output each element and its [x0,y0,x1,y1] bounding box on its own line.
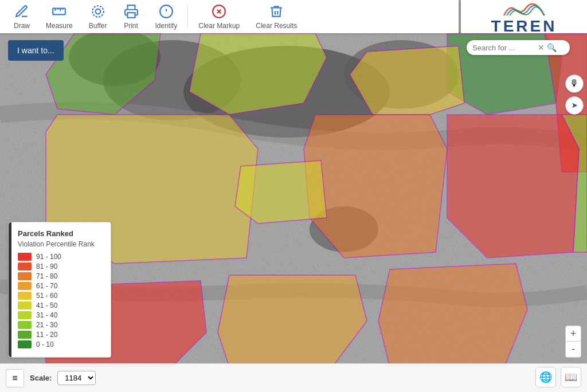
legend-swatch [18,253,32,261]
zoom-in-button[interactable]: + [565,326,581,342]
legend-swatch [18,262,32,271]
svg-point-26 [92,6,104,17]
legend-range-label: 31 - 40 [36,311,57,319]
logo-wave-icon [501,1,547,18]
toolbar-clear-results[interactable]: Clear Results [248,0,305,33]
location-button[interactable]: ➤ [565,96,584,115]
legend-item: 71 - 80 [18,272,101,280]
legend-range-label: 11 - 20 [36,331,57,339]
toolbar-clear-markup[interactable]: Clear Markup [190,0,248,33]
i-want-to-button[interactable]: I want to... [8,40,64,61]
draw-icon [14,3,30,19]
legend-item: 0 - 10 [18,340,101,348]
buffer-icon [90,3,106,19]
svg-marker-19 [350,46,464,115]
print-icon [123,3,139,19]
legend-items: 91 - 10081 - 9071 - 8061 - 7051 - 6041 -… [18,253,101,348]
scale-selector[interactable]: 1184 2368 4736 9472 [57,371,96,385]
svg-rect-27 [127,13,135,18]
bottom-right-buttons: 🌐 📖 [535,367,581,387]
toolbar-measure[interactable]: Measure [38,0,81,33]
legend-swatch [18,272,32,280]
legend-swatch [18,331,32,339]
toolbar: Draw Measure Buffer [0,0,459,33]
clear-results-icon [268,3,284,19]
legend-range-label: 91 - 100 [36,253,61,261]
bottom-bar: ≡ Scale: 1184 2368 4736 9472 [0,363,587,392]
legend-swatch [18,292,32,300]
legend-range-label: 81 - 90 [36,262,57,271]
legend-item: 51 - 60 [18,292,101,300]
draw-label: Draw [14,22,30,30]
zoom-controls: + - [565,326,581,358]
search-input[interactable] [472,44,535,52]
logo-text: TEREN [491,17,557,36]
measure-label: Measure [46,22,73,30]
legend-item: 81 - 90 [18,262,101,271]
legend-swatch [18,321,32,329]
legend-range-label: 51 - 60 [36,292,57,300]
toolbar-divider [187,5,188,28]
toolbar-print[interactable]: Print [115,0,147,33]
toolbar-buffer[interactable]: Buffer [81,0,115,33]
legend-subtitle: Violation Percentile Rank [18,240,101,248]
legend-swatch [18,311,32,319]
legend-item: 11 - 20 [18,331,101,339]
clear-markup-icon [211,3,227,19]
legend-swatch [18,340,32,348]
legend-range-label: 0 - 10 [36,340,54,348]
legend-panel: Parcels Ranked Violation Percentile Rank… [8,222,111,358]
measure-icon [51,3,67,19]
legend-range-label: 41 - 50 [36,301,57,309]
globe-button[interactable]: 🌐 [535,367,556,387]
toolbar-identify[interactable]: Identify [147,0,186,33]
scale-label: Scale: [30,374,52,382]
clear-results-label: Clear Results [256,22,297,30]
svg-marker-17 [378,264,527,367]
legend-item: 61 - 70 [18,282,101,290]
svg-rect-20 [53,9,66,15]
legend-item: 21 - 30 [18,321,101,329]
search-button[interactable]: 🔍 [547,43,557,52]
layers-button[interactable]: ≡ [6,369,24,387]
identify-label: Identify [155,22,178,30]
zoom-out-button[interactable]: - [565,342,581,358]
svg-marker-13 [447,115,579,258]
identify-icon [158,3,174,19]
svg-marker-18 [235,160,327,224]
legend-item: 31 - 40 [18,311,101,319]
clear-markup-label: Clear Markup [198,22,240,30]
legend-swatch [18,301,32,309]
print-label: Print [124,22,138,30]
legend-swatch [18,282,32,290]
svg-point-25 [95,9,100,14]
logo-area: TEREN [461,0,587,33]
right-side-buttons: 🎙 ➤ [565,75,584,115]
legend-title: Parcels Ranked [18,229,101,238]
buffer-label: Buffer [89,22,107,30]
legend-item: 91 - 100 [18,253,101,261]
clear-search-button[interactable]: ✕ [538,43,545,52]
microphone-button[interactable]: 🎙 [565,75,584,93]
bookmark-button[interactable]: 📖 [561,367,581,387]
toolbar-draw[interactable]: Draw [6,0,38,33]
legend-range-label: 61 - 70 [36,282,57,290]
svg-marker-12 [304,115,447,258]
legend-item: 41 - 50 [18,301,101,309]
legend-range-label: 71 - 80 [36,272,57,280]
search-container: ✕ 🔍 [467,40,570,55]
legend-range-label: 21 - 30 [36,321,57,329]
